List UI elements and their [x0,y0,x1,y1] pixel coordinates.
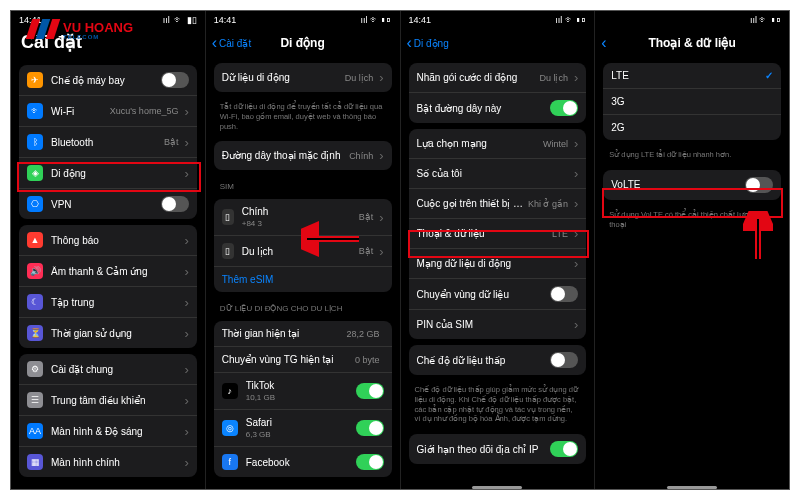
hourglass-icon: ⏳ [27,325,43,341]
row-home-screen[interactable]: ▦Màn hình chính [19,447,197,477]
sim-icon: ▯ [222,209,234,225]
row-app-safari[interactable]: ◎Safari6,3 GB [214,410,392,447]
text-size-icon: AA [27,423,43,439]
row-add-esim[interactable]: Thêm eSIM [214,267,392,292]
data-description: Tắt dữ liệu di động để truyền tất cả dữ … [206,98,400,135]
low-data-toggle[interactable] [550,352,578,368]
arrow-to-volte [743,211,773,261]
tiktok-icon: ♪ [222,383,238,399]
row-mobile-data-network[interactable]: Mạng dữ liệu di động [409,249,587,279]
enable-line-toggle[interactable] [550,100,578,116]
page-title: Thoại & dữ liệu [648,36,735,50]
volte-toggle[interactable] [745,177,773,193]
home-indicator[interactable] [472,486,522,489]
row-limit-ip[interactable]: Giới hạn theo dõi địa chỉ IP [409,434,587,464]
speaker-icon: 🔊 [27,263,43,279]
row-3g[interactable]: 3G [603,89,781,115]
row-voice-data[interactable]: Thoại & dữ liệuLTE [409,219,587,249]
low-data-description: Chế độ dữ liệu thấp giúp giảm mức sử dụn… [401,381,595,428]
page-title: Di động [280,36,324,50]
row-my-number[interactable]: Số của tôi [409,159,587,189]
row-general[interactable]: ⚙Cài đặt chung [19,354,197,385]
lte-description: Sử dụng LTE tải dữ liệu nhanh hơn. [595,146,789,164]
screen-settings: 14:41ıılᯤ▮▯ Cài đặt ✈Chế độ máy bay ᯤWi-… [11,11,206,489]
airplane-icon: ✈ [27,72,43,88]
vpn-icon: ⎔ [27,196,43,212]
sim-header: SIM [206,176,400,193]
home-indicator[interactable] [667,486,717,489]
row-plan-label[interactable]: Nhãn gói cước di độngDu lịch [409,63,587,93]
ip-limit-toggle[interactable] [550,441,578,457]
facebook-icon: f [222,454,238,470]
row-default-line[interactable]: Đường dây thoại mặc địnhChính [214,141,392,170]
gear-icon: ⚙ [27,361,43,377]
row-current-period: Thời gian hiện tại28,2 GB [214,321,392,347]
row-notifications[interactable]: ▲Thông báo [19,225,197,256]
row-lte[interactable]: LTE [603,63,781,89]
row-app-facebook[interactable]: fFacebook [214,447,392,477]
row-volte[interactable]: VoLTE [603,170,781,200]
travel-data-header: DỮ LIỆU DI ĐỘNG CHO DU LỊCH [206,298,400,315]
bell-icon: ▲ [27,232,43,248]
switches-icon: ☰ [27,392,43,408]
row-enable-line[interactable]: Bật đường dây này [409,93,587,123]
signal-icon: ııl [163,15,170,25]
status-bar: ııl ᯤ ▮▯ [595,11,789,29]
row-focus[interactable]: ☾Tập trung [19,287,197,318]
screen-voice-data: ııl ᯤ ▮▯ Thoại & dữ liệu LTE 3G 2G Sử dụ… [595,11,789,489]
status-bar: 14:41ııl ᯤ ▮▯ [401,11,595,29]
row-sim-pin[interactable]: PIN của SIM [409,310,587,339]
back-button[interactable]: Cài đặt [212,38,251,49]
check-icon [765,70,773,81]
facebook-toggle[interactable] [356,454,384,470]
row-bluetooth[interactable]: ᛒBluetoothBật [19,127,197,158]
bluetooth-icon: ᛒ [27,134,43,150]
row-screentime[interactable]: ⏳Thời gian sử dụng [19,318,197,348]
arrow-to-sim [301,221,361,257]
back-button[interactable]: Di động [407,38,449,49]
row-vpn[interactable]: ⎔VPN [19,189,197,219]
antenna-icon: ◈ [27,165,43,181]
safari-icon: ◎ [222,420,238,436]
screen-line-detail: 14:41ııl ᯤ ▮▯ Di động Nhãn gói cước di đ… [401,11,596,489]
row-mobile[interactable]: ◈Di động [19,158,197,189]
row-calls-other-devices[interactable]: Cuộc gọi trên thiết bị khácKhi ở gần [409,189,587,219]
row-display[interactable]: AAMàn hình & Độ sáng [19,416,197,447]
battery-icon: ▮▯ [187,15,197,25]
row-roaming-period: Chuyển vùng TG hiện tại0 byte [214,347,392,373]
airplane-toggle[interactable] [161,72,189,88]
row-network-select[interactable]: Lựa chọn mạngWintel [409,129,587,159]
row-low-data[interactable]: Chế độ dữ liệu thấp [409,345,587,375]
tiktok-toggle[interactable] [356,383,384,399]
data-roaming-toggle[interactable] [550,286,578,302]
moon-icon: ☾ [27,294,43,310]
row-mobile-data[interactable]: Dữ liệu di độngDu lịch [214,63,392,92]
row-data-roaming[interactable]: Chuyển vùng dữ liệu [409,279,587,310]
row-control-center[interactable]: ☰Trung tâm điều khiển [19,385,197,416]
grid-icon: ▦ [27,454,43,470]
row-sounds[interactable]: 🔊Âm thanh & Cảm ứng [19,256,197,287]
status-bar: 14:41ııl ᯤ ▮▯ [206,11,400,29]
vpn-toggle[interactable] [161,196,189,212]
sim-icon: ▯ [222,243,234,259]
row-2g[interactable]: 2G [603,115,781,140]
row-airplane[interactable]: ✈Chế độ máy bay [19,65,197,96]
row-app-tiktok[interactable]: ♪TikTok10,1 GB [214,373,392,410]
wifi-icon: ᯤ [174,15,183,25]
row-wifi[interactable]: ᯤWi-FiXucu's home_5G [19,96,197,127]
watermark-logo: VU HOANG TELECOM [29,19,133,41]
screen-mobile: 14:41ııl ᯤ ▮▯ Cài đặtDi động Dữ liệu di … [206,11,401,489]
safari-toggle[interactable] [356,420,384,436]
wifi-icon: ᯤ [27,103,43,119]
